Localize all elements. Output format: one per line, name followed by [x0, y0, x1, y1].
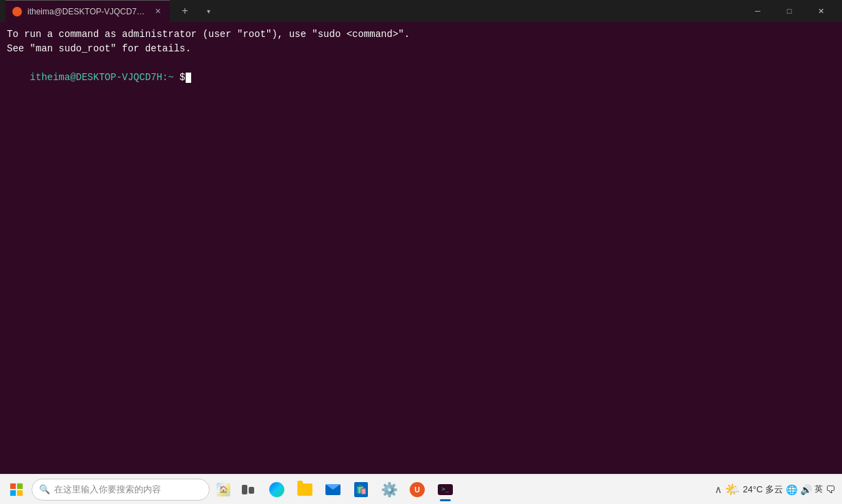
edge-pinned[interactable]: [263, 476, 290, 503]
language-indicator[interactable]: 英: [815, 483, 823, 495]
svg-rect-0: [10, 483, 16, 488]
task-view-icon: [242, 483, 257, 496]
taskbar: 🔍 在这里输入你要搜索的内容 🏠 🛍️ ⚙️: [0, 474, 842, 504]
terminal-pinned[interactable]: >_: [432, 476, 459, 503]
ubuntu-tab-icon: [12, 7, 22, 16]
show-hidden-icons-button[interactable]: ∧: [715, 483, 722, 496]
weather-text: 24°C 多云: [743, 483, 783, 496]
volume-icon[interactable]: 🔊: [800, 484, 812, 495]
terminal-area[interactable]: To run a command as administrator (user …: [0, 22, 842, 474]
widgets-button[interactable]: 🏠: [211, 477, 236, 502]
window-controls: ─ □ ✕: [742, 0, 837, 22]
prompt-dollar: $: [174, 72, 186, 83]
file-explorer-pinned[interactable]: [291, 476, 319, 503]
ubuntu-icon: U: [410, 482, 425, 497]
mail-pinned[interactable]: [319, 476, 347, 503]
minimize-button[interactable]: ─: [742, 0, 773, 22]
start-button[interactable]: [3, 476, 30, 503]
settings-pinned[interactable]: ⚙️: [375, 476, 403, 503]
tab-close-button[interactable]: ✕: [152, 6, 163, 17]
maximize-button[interactable]: □: [773, 0, 805, 22]
taskbar-search[interactable]: 🔍 在这里输入你要搜索的内容: [32, 479, 210, 501]
action-center-button[interactable]: 🗨: [826, 484, 835, 495]
prompt-user: itheima@DESKTOP-VJQCD7H: [30, 72, 162, 83]
store-icon: 🛍️: [354, 482, 368, 497]
mail-icon: [325, 484, 340, 495]
windows-logo-icon: [10, 483, 23, 496]
store-pinned[interactable]: 🛍️: [347, 476, 375, 503]
task-view-button[interactable]: [237, 477, 262, 502]
tab-dropdown-button[interactable]: ▾: [200, 3, 216, 19]
terminal-line-1: To run a command as administrator (user …: [7, 27, 835, 42]
svg-rect-1: [17, 483, 23, 488]
terminal-prompt-line: itheima@DESKTOP-VJQCD7H:~ $: [7, 56, 835, 99]
search-placeholder: 在这里输入你要搜索的内容: [54, 483, 161, 496]
chevron-down-icon: ▾: [207, 8, 210, 15]
svg-rect-2: [10, 490, 16, 495]
edge-icon: [269, 482, 284, 497]
titlebar: itheima@DESKTOP-VJQCD7H: ~ ✕ + ▾ ─ □ ✕: [0, 0, 842, 22]
svg-rect-3: [17, 490, 23, 495]
settings-icon: ⚙️: [381, 481, 398, 498]
ubuntu-pinned[interactable]: U: [404, 476, 431, 503]
widget-preview-icon: 🏠: [216, 483, 230, 496]
terminal-tab[interactable]: itheima@DESKTOP-VJQCD7H: ~ ✕: [5, 0, 170, 22]
terminal-line-2: See "man sudo_root" for details.: [7, 42, 835, 56]
folder-icon: [297, 483, 312, 496]
pinned-apps: 🛍️ ⚙️ U >_: [263, 476, 459, 503]
weather-icon: 🌤️: [725, 482, 740, 497]
cursor: [186, 73, 191, 83]
tab-label: itheima@DESKTOP-VJQCD7H: ~: [27, 7, 147, 16]
terminal-icon: >_: [438, 484, 453, 495]
new-tab-button[interactable]: +: [175, 1, 195, 21]
close-button[interactable]: ✕: [805, 0, 837, 22]
system-tray: ∧ 🌤️ 24°C 多云 🌐 🔊 英 🗨: [710, 482, 839, 497]
network-icon[interactable]: 🌐: [786, 484, 797, 495]
search-icon: 🔍: [39, 484, 50, 494]
prompt-tilde: :~: [162, 72, 174, 83]
